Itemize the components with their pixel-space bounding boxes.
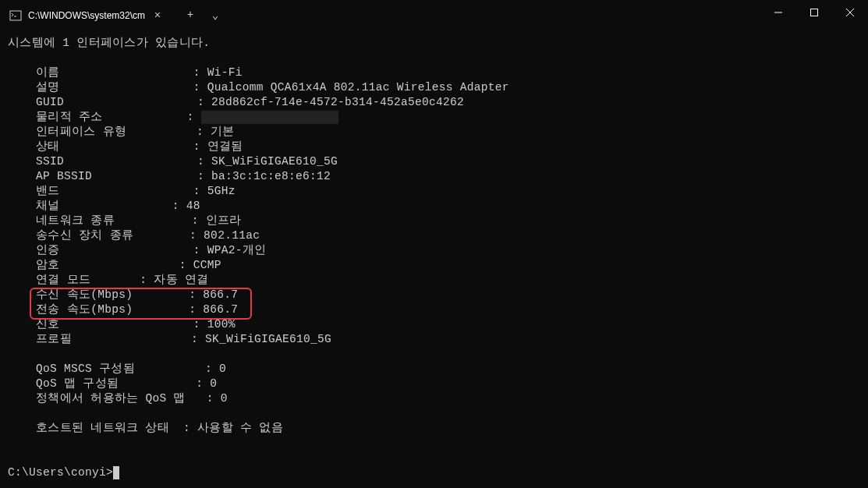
terminal-line: 밴드 : 5GHz bbox=[8, 184, 860, 199]
terminal-line: SSID : SK_WiFiGIGAE610_5G bbox=[8, 154, 860, 169]
terminal-line: 이름 : Wi-Fi bbox=[8, 65, 860, 80]
tab-close-button[interactable]: × bbox=[151, 9, 164, 22]
terminal-line: 물리적 주소 : bbox=[8, 110, 860, 125]
prompt-line[interactable]: C:\Users\conyi> bbox=[8, 465, 860, 480]
titlebar: C:\WINDOWS\system32\cm × + ⌄ bbox=[0, 0, 868, 30]
terminal-line: AP BSSID : ba:3c:1c:e8:e6:12 bbox=[8, 169, 860, 184]
terminal-line: QoS MSCS 구성됨 : 0 bbox=[8, 362, 860, 377]
terminal-line: 네트워크 종류 : 인프라 bbox=[8, 214, 860, 228]
terminal-line: 전송 속도(Mbps) : 866.7 bbox=[8, 302, 860, 317]
terminal-line: 인터페이스 유형 : 기본 bbox=[8, 125, 860, 140]
redacted-value bbox=[201, 111, 338, 124]
terminal-line bbox=[8, 406, 860, 421]
terminal-line bbox=[8, 51, 860, 65]
terminal-line bbox=[8, 436, 860, 451]
terminal-line: 시스템에 1 인터페이스가 있습니다. bbox=[8, 36, 860, 51]
terminal-output[interactable]: 시스템에 1 인터페이스가 있습니다. 이름 : Wi-Fi 설명 : Qual… bbox=[0, 30, 868, 486]
terminal-line: 채널 : 48 bbox=[8, 199, 860, 214]
terminal-line: 정책에서 허용하는 QoS 맵 : 0 bbox=[8, 391, 860, 406]
tab-title: C:\WINDOWS\system32\cm bbox=[28, 10, 145, 21]
terminal-line: 상태 : 연결됨 bbox=[8, 140, 860, 154]
terminal-line bbox=[8, 451, 860, 465]
terminal-line: 송수신 장치 종류 : 802.11ac bbox=[8, 228, 860, 243]
cmd-icon bbox=[9, 9, 22, 22]
terminal-line: QoS 맵 구성됨 : 0 bbox=[8, 377, 860, 391]
window-controls bbox=[760, 0, 868, 30]
terminal-line: 설명 : Qualcomm QCA61x4A 802.11ac Wireless… bbox=[8, 80, 860, 95]
tab-cmd[interactable]: C:\WINDOWS\system32\cm × bbox=[0, 0, 173, 30]
terminal-line: 신호 : 100% bbox=[8, 317, 860, 332]
tabs-container: C:\WINDOWS\system32\cm × + ⌄ bbox=[0, 0, 226, 30]
window-close-button[interactable] bbox=[832, 0, 868, 25]
svg-rect-3 bbox=[811, 9, 818, 16]
maximize-button[interactable] bbox=[796, 0, 832, 25]
content-wrapper: 시스템에 1 인터페이스가 있습니다. 이름 : Wi-Fi 설명 : Qual… bbox=[0, 30, 868, 486]
terminal-line: 암호 : CCMP bbox=[8, 258, 860, 273]
terminal-line bbox=[8, 347, 860, 362]
terminal-line: GUID : 28d862cf-714e-4572-b314-452a5e0c4… bbox=[8, 95, 860, 110]
tab-actions: + ⌄ bbox=[173, 4, 226, 26]
tab-dropdown-button[interactable]: ⌄ bbox=[204, 4, 226, 26]
new-tab-button[interactable]: + bbox=[179, 4, 201, 26]
terminal-line: 연결 모드 : 자동 연결 bbox=[8, 273, 860, 288]
terminal-line: 호스트된 네트워크 상태 : 사용할 수 없음 bbox=[8, 421, 860, 436]
terminal-line: 프로필 : SK_WiFiGIGAE610_5G bbox=[8, 332, 860, 347]
terminal-line: 수신 속도(Mbps) : 866.7 bbox=[8, 288, 860, 302]
terminal-line: 인증 : WPA2-개인 bbox=[8, 243, 860, 258]
cursor bbox=[113, 466, 119, 479]
minimize-button[interactable] bbox=[760, 0, 796, 25]
svg-rect-0 bbox=[10, 11, 21, 20]
